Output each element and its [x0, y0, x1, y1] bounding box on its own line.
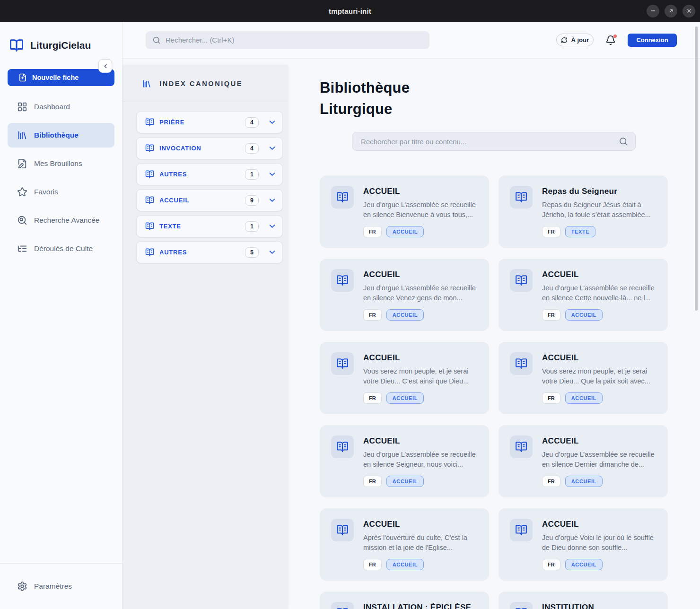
book-open-icon — [331, 269, 354, 292]
card-badges: FR ACCUEIL — [542, 392, 656, 404]
chevron-down-icon — [268, 144, 277, 153]
library-card[interactable]: ACCUEIL Jeu d’orgue L’assemblée se recue… — [499, 259, 668, 331]
card-badges: FR ACCUEIL — [363, 392, 478, 404]
card-title: ACCUEIL — [363, 269, 478, 280]
library-card[interactable]: ACCUEIL Jeu d’orgue L’assemblée se recue… — [320, 175, 489, 248]
library-card[interactable]: ACCUEIL Jeu d’orgue L’assemblée se recue… — [320, 259, 489, 331]
section-label: AUTRES — [159, 171, 240, 178]
library-icon — [142, 79, 151, 88]
app-shell: LiturgiCielau Nouvelle fiche Dashboard B… — [0, 22, 700, 609]
sidebar-item-favoris[interactable]: Favoris — [8, 180, 114, 204]
chevron-down-icon — [268, 196, 277, 205]
sidebar-item-bibliotheque[interactable]: Bibliothèque — [8, 123, 114, 148]
library-card[interactable]: INSTALLATION : ÉPICLÈSE — [320, 592, 489, 609]
library-card[interactable]: ACCUEIL Vous serez mon peuple, et je ser… — [499, 342, 668, 414]
card-description: Jeu d’orgue L’assemblée se recueille en … — [363, 200, 478, 220]
sidebar-item-mes-brouillons[interactable]: Mes Brouillons — [8, 151, 114, 176]
book-open-icon — [510, 602, 533, 609]
sidebar-item-parametres[interactable]: Paramètres — [8, 574, 114, 599]
card-description: Jeu d’orgue Voici le jour où le souffle … — [542, 533, 656, 553]
library-icon — [17, 130, 27, 140]
close-button[interactable] — [682, 5, 695, 17]
app-name: LiturgiCielau — [30, 40, 91, 51]
window-title: tmptauri-init — [329, 7, 371, 15]
window-titlebar: tmptauri-init — [0, 0, 700, 22]
card-badges: FR ACCUEIL — [363, 559, 478, 570]
card-description: Jeu d’orgue L’assemblée se recueille en … — [542, 283, 656, 303]
language-badge: FR — [363, 309, 382, 321]
global-search — [146, 31, 429, 49]
minimize-icon — [650, 8, 656, 14]
library-card[interactable]: ACCUEIL Vous serez mon peuple, et je ser… — [320, 342, 489, 414]
card-title: INSTITUTION — [542, 602, 643, 609]
category-badge: TEXTE — [565, 226, 596, 237]
sidebar-item-dashboard[interactable]: Dashboard — [8, 95, 114, 119]
category-badge: ACCUEIL — [386, 476, 424, 487]
section-count-badge: 4 — [245, 117, 259, 128]
scrollbar-thumb[interactable] — [695, 26, 698, 311]
sync-status-button[interactable]: À jour — [556, 34, 594, 46]
card-title: ACCUEIL — [363, 186, 478, 197]
card-title: ACCUEIL — [363, 435, 478, 446]
global-search-input[interactable] — [166, 36, 423, 44]
index-section-autres-1[interactable]: AUTRES 1 — [136, 163, 283, 185]
library-search-input[interactable] — [352, 132, 636, 151]
index-section-invocation[interactable]: INVOCATION 4 — [136, 137, 283, 159]
book-open-icon — [510, 352, 533, 375]
category-badge: ACCUEIL — [565, 392, 603, 404]
sidebar-item-deroules-de-culte[interactable]: Déroulés de Culte — [8, 236, 114, 261]
card-title: ACCUEIL — [542, 352, 656, 363]
language-badge: FR — [363, 392, 382, 404]
section-count-badge: 4 — [245, 143, 259, 154]
library-card-grid: ACCUEIL Jeu d’orgue L’assemblée se recue… — [320, 175, 668, 609]
canonical-index-panel: INDEX CANONIQUE PRIÈRE 4 INVOCATION 4 AU… — [122, 65, 288, 609]
book-open-icon — [510, 269, 533, 292]
category-badge: ACCUEIL — [386, 226, 424, 237]
sidebar: LiturgiCielau Nouvelle fiche Dashboard B… — [0, 22, 122, 609]
sync-status-label: À jour — [571, 36, 589, 44]
language-badge: FR — [542, 559, 560, 570]
card-description: Jeu d’orgue L’assemblée se recueille en … — [542, 450, 656, 470]
section-count-badge: 5 — [245, 247, 259, 258]
window-controls — [647, 0, 695, 22]
advanced-search-icon — [17, 215, 27, 226]
book-open-icon — [510, 435, 533, 458]
topbar: À jour Connexion — [122, 22, 700, 59]
category-badge: ACCUEIL — [565, 309, 603, 321]
notifications-button[interactable] — [605, 35, 616, 45]
library-card[interactable]: Repas du Seigneur Repas du Seigneur Jésu… — [499, 175, 668, 248]
library-card[interactable]: INSTITUTION Ecoutons comment Jésus-Chris… — [499, 592, 668, 609]
gear-icon — [17, 581, 27, 592]
chevron-down-icon — [268, 248, 277, 257]
library-card[interactable]: ACCUEIL Jeu d’orgue Voici le jour où le … — [499, 508, 668, 581]
chevron-down-icon — [268, 170, 277, 179]
book-open-icon — [331, 519, 354, 541]
minimize-button[interactable] — [647, 5, 659, 17]
library-card[interactable]: ACCUEIL Jeu d’orgue L’assemblée se recue… — [320, 425, 489, 497]
card-description: Jeu d’orgue L’assemblée se recueille en … — [363, 283, 478, 303]
login-button[interactable]: Connexion — [628, 34, 677, 47]
new-record-button[interactable]: Nouvelle fiche — [8, 69, 114, 86]
library-card[interactable]: ACCUEIL Jeu d’orgue L’assemblée se recue… — [499, 425, 668, 497]
section-label: PRIÈRE — [159, 119, 240, 126]
card-description: Après l'ouverture du culte, C'est la mis… — [363, 533, 478, 553]
library-card[interactable]: ACCUEIL Après l'ouverture du culte, C'es… — [320, 508, 489, 581]
index-section-autres-2[interactable]: AUTRES 5 — [136, 241, 283, 263]
maximize-icon — [668, 8, 674, 14]
category-badge: ACCUEIL — [386, 559, 424, 570]
book-open-icon — [145, 222, 154, 231]
sidebar-collapse-button[interactable] — [98, 59, 112, 73]
topbar-actions: À jour Connexion — [556, 34, 677, 47]
search-icon — [619, 137, 628, 146]
close-icon — [686, 8, 692, 14]
section-label: ACCUEIL — [159, 197, 240, 204]
sidebar-item-recherche-avancee[interactable]: Recherche Avancée — [8, 208, 114, 233]
section-label: INVOCATION — [159, 145, 240, 152]
maximize-button[interactable] — [665, 5, 677, 17]
section-label: TEXTE — [159, 223, 240, 230]
book-open-icon — [331, 602, 354, 609]
book-open-icon — [145, 118, 154, 127]
index-section-accueil[interactable]: ACCUEIL 9 — [136, 189, 283, 211]
index-section-texte[interactable]: TEXTE 1 — [136, 215, 283, 237]
index-section-priere[interactable]: PRIÈRE 4 — [136, 111, 283, 133]
